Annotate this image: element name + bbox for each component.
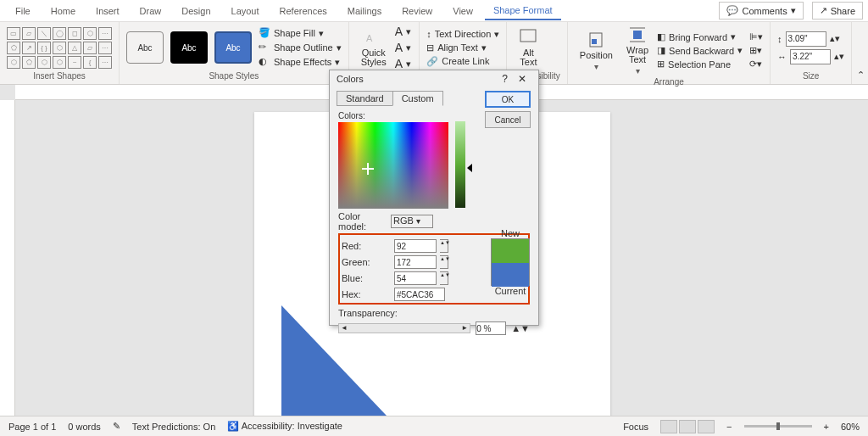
zoom-out-button[interactable]: −	[726, 422, 732, 432]
svg-rect-1	[520, 30, 536, 42]
word-count[interactable]: 0 words	[68, 422, 101, 432]
crosshair-icon	[362, 163, 374, 175]
green-spinner[interactable]: ▲▼	[440, 255, 448, 269]
luminance-slider[interactable]	[455, 121, 465, 208]
accessibility-status[interactable]: ♿ Accessibility: Investigate	[227, 421, 342, 432]
collapse-ribbon-button[interactable]: ⌃	[857, 70, 865, 81]
color-model-select[interactable]: RGB ▾	[391, 215, 433, 228]
new-label: New	[491, 228, 530, 238]
wrap-text-button[interactable]: Wrap Text▾	[621, 24, 654, 77]
alt-text-icon	[519, 28, 537, 47]
green-input[interactable]	[394, 255, 437, 269]
tab-home[interactable]: Home	[42, 3, 84, 20]
transparency-slider[interactable]	[338, 323, 470, 333]
hex-label: Hex:	[342, 289, 391, 299]
tab-view[interactable]: View	[444, 3, 481, 20]
wordart-options: A▾A▾A▾	[395, 25, 411, 70]
hex-input[interactable]	[394, 288, 445, 301]
spellcheck-icon[interactable]: ✎	[113, 421, 120, 432]
svg-rect-4	[633, 31, 642, 39]
blue-label: Blue:	[342, 273, 391, 283]
send-backward-button[interactable]: ◨ Send Backward ▾	[657, 45, 743, 56]
close-button[interactable]: ✕	[513, 73, 531, 85]
chevron-down-icon: ▾	[791, 5, 796, 16]
green-label: Green:	[342, 257, 391, 267]
bring-forward-button[interactable]: ◧ Bring Forward ▾	[657, 31, 743, 42]
width-input[interactable]	[790, 49, 831, 64]
web-layout-button[interactable]	[698, 420, 715, 433]
color-spectrum[interactable]	[338, 122, 448, 209]
comment-icon: 💬	[726, 5, 738, 16]
page-status[interactable]: Page 1 of 1	[8, 422, 56, 432]
position-button[interactable]: Position▾	[575, 29, 618, 73]
share-icon: ↗	[820, 5, 827, 16]
group-arrange: Arrange	[575, 77, 763, 88]
svg-text:A: A	[366, 33, 373, 43]
color-model-label: Color model:	[338, 211, 387, 232]
text-predictions[interactable]: Text Predictions: On	[132, 422, 215, 432]
ok-button[interactable]: OK	[485, 91, 531, 108]
transparency-input[interactable]	[476, 321, 506, 335]
tab-custom[interactable]: Custom	[392, 91, 443, 106]
zoom-in-button[interactable]: +	[824, 422, 829, 432]
effects-icon: ◐	[259, 56, 270, 68]
quick-styles-button: AQuick Styles	[356, 26, 392, 69]
red-spinner[interactable]: ▲▼	[440, 239, 448, 253]
group-shape-styles: Shape Styles	[126, 71, 342, 82]
position-icon	[587, 31, 605, 49]
blue-spinner[interactable]: ▲▼	[440, 271, 448, 285]
luminance-pointer-icon	[467, 164, 472, 172]
print-layout-button[interactable]	[679, 420, 696, 433]
letter-a-icon: A	[364, 28, 383, 47]
tab-draw[interactable]: Draw	[131, 3, 170, 20]
group-button[interactable]: ⊞▾	[749, 45, 763, 56]
read-mode-button[interactable]	[660, 420, 677, 433]
shape-style-2[interactable]: Abc	[170, 31, 208, 64]
tab-layout[interactable]: Layout	[223, 3, 268, 20]
tab-shape-format[interactable]: Shape Format	[485, 2, 561, 20]
current-label: Current	[491, 286, 530, 296]
alt-text-button[interactable]: Alt Text	[514, 26, 542, 69]
focus-button[interactable]: Focus	[623, 422, 648, 432]
bucket-icon: 🪣	[259, 27, 270, 39]
wrap-icon	[628, 25, 647, 44]
vertical-ruler	[0, 100, 15, 428]
height-input[interactable]	[786, 31, 826, 47]
colors-label: Colors:	[338, 111, 530, 120]
zoom-slider[interactable]	[744, 425, 812, 428]
rotate-button[interactable]: ⟳▾	[749, 59, 763, 70]
red-input[interactable]	[394, 239, 437, 253]
pen-icon: ✏	[259, 42, 270, 53]
color-preview	[491, 238, 530, 286]
shape-style-1[interactable]: Abc	[126, 31, 164, 64]
help-button[interactable]: ?	[497, 73, 513, 85]
blue-input[interactable]	[394, 271, 437, 285]
shape-style-3[interactable]: Abc	[214, 31, 252, 64]
tab-standard[interactable]: Standard	[337, 91, 393, 106]
tab-references[interactable]: References	[271, 3, 336, 20]
shape-fill-button[interactable]: 🪣Shape Fill ▾	[259, 27, 342, 39]
transparency-label: Transparency:	[338, 308, 398, 318]
height-field[interactable]: ↕▴▾	[777, 31, 844, 47]
transparency-spinner[interactable]: ▲▼	[511, 323, 530, 333]
tab-file[interactable]: File	[7, 3, 39, 20]
tab-insert[interactable]: Insert	[87, 3, 128, 20]
width-field[interactable]: ↔▴▾	[777, 49, 844, 64]
colors-dialog: Colors ? ✕ OK Cancel Standard Custom Col…	[329, 70, 539, 326]
comments-button[interactable]: 💬Comments▾	[719, 2, 803, 20]
tab-review[interactable]: Review	[393, 3, 441, 20]
align-button[interactable]: ⊫▾	[749, 31, 763, 42]
shape-effects-button[interactable]: ◐Shape Effects ▾	[259, 56, 342, 68]
create-link-button: 🔗 Create Link	[426, 56, 499, 67]
svg-rect-3	[592, 39, 597, 44]
tab-mailings[interactable]: Mailings	[339, 3, 390, 20]
zoom-level[interactable]: 60%	[841, 422, 860, 432]
shape-gallery[interactable]: ▭▱＼◯◻⬡⋯ ⬠↗{ }⬡△▱⋯ ⬡⬠⬡⬡~{⋯	[7, 27, 112, 69]
selection-pane-button[interactable]: ⊞ Selection Pane	[657, 59, 743, 70]
tab-design[interactable]: Design	[173, 3, 219, 20]
shape-outline-button[interactable]: ✏Shape Outline ▾	[259, 42, 342, 53]
share-button[interactable]: ↗Share	[812, 2, 863, 20]
dialog-title: Colors	[337, 74, 364, 84]
text-direction-button: ↕ Text Direction ▾	[426, 29, 499, 40]
align-text-button[interactable]: ⊟ Align Text ▾	[426, 42, 499, 53]
